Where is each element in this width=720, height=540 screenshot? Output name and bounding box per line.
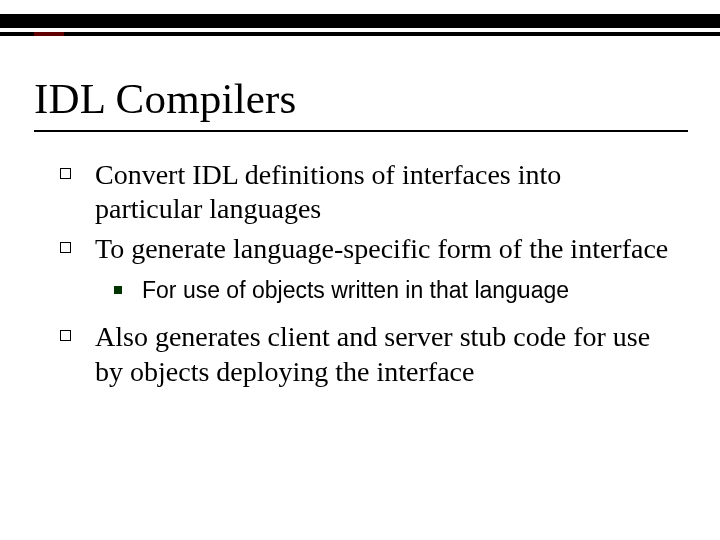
bullet-item: Also generates client and server stub co… — [60, 320, 670, 388]
title-underline — [34, 130, 688, 132]
filled-square-bullet-icon — [114, 286, 122, 294]
sub-bullet-text: For use of objects written in that langu… — [142, 276, 569, 306]
square-bullet-icon — [60, 242, 71, 253]
header-bar-thin — [0, 32, 720, 36]
bullet-text: Convert IDL definitions of interfaces in… — [95, 158, 670, 226]
bullet-item: Convert IDL definitions of interfaces in… — [60, 158, 670, 226]
slide-title: IDL Compilers — [34, 74, 297, 123]
bullet-text: To generate language-specific form of th… — [95, 232, 668, 266]
bullet-text: Also generates client and server stub co… — [95, 320, 670, 388]
bullet-item: To generate language-specific form of th… — [60, 232, 670, 266]
slide-body: Convert IDL definitions of interfaces in… — [60, 158, 670, 395]
sub-bullet-item: For use of objects written in that langu… — [114, 276, 670, 306]
header-bar-thick — [0, 14, 720, 28]
square-bullet-icon — [60, 330, 71, 341]
header-accent — [34, 32, 64, 36]
square-bullet-icon — [60, 168, 71, 179]
